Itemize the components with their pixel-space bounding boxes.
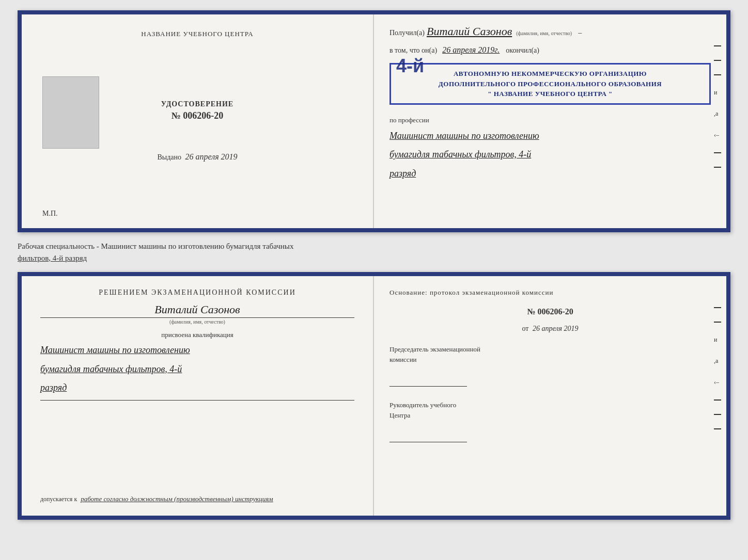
stamp-line3: " НАЗВАНИЕ УЧЕБНОГО ЦЕНТРА " [398,89,702,99]
udostoverenie-label: УДОСТОВЕРЕНИЕ [161,100,233,108]
cert-date-handwritten: 26 апреля 2019г. [442,45,500,55]
po-professii-label: по профессии [389,116,711,124]
dash2-i: и [714,336,721,344]
vydano-date: 26 апреля 2019 [185,152,237,161]
predsedatel-text: Председатель экзаменационной комиссии [389,345,480,363]
name-underline [40,317,354,318]
dash2-4 [714,414,721,415]
vydano-line: Выдано 26 апреля 2019 [157,152,237,162]
prof-line3: разряд [389,166,711,181]
udostoverenie-num: № 006206-20 [161,110,233,121]
proto-num: № 006206-20 [389,307,711,316]
osnovanie-title: Основание: протокол экзаменационной коми… [389,289,711,297]
dopuskaetsya-prefix: допускается к [40,495,77,503]
bottom-document: Решением экзаменационной комиссии Витали… [18,272,730,520]
bottom-doc-right: Основание: протокол экзаменационной коми… [374,276,726,516]
right-side-dashes: и ,а ‹– [714,45,721,168]
stamp-line2: ДОПОЛНИТЕЛЬНОГО ПРОФЕССИОНАЛЬНОГО ОБРАЗО… [398,79,702,89]
vtom-prefix: в том, что он(а) [389,46,437,55]
rukovoditel-label: Руководитель учебного Центра [389,400,711,420]
top-doc-center-title: НАЗВАНИЕ УЧЕБНОГО ЦЕНТРА [141,30,253,38]
udostoverenie-block: УДОСТОВЕРЕНИЕ № 006206-20 [161,100,233,121]
vydano-label: Выдано [157,153,181,161]
top-document: НАЗВАНИЕ УЧЕБНОГО ЦЕНТРА УДОСТОВЕРЕНИЕ №… [18,10,730,232]
right-side-dashes2: и ,а ‹– [714,307,721,429]
dash2-arrow: ‹– [714,378,721,386]
predsedatel-signature-line [389,386,467,387]
dash-2 [714,60,721,61]
prof-line2: бумагидля табачных фильтров, 4-й [389,147,711,162]
bottom-recipient-name: Виталий Сазонов [40,303,354,316]
dash2-5 [714,428,721,429]
ot-date-value: 26 апреля 2019 [533,325,578,332]
dash-i: и [714,89,721,97]
dash-arrow: ‹– [714,131,721,139]
qual-underline [40,400,354,401]
prof-line1: Машинист машины по изготовлению [389,129,711,143]
rukovoditel-signature-line [389,442,467,442]
photo-placeholder [42,76,99,149]
fio-small-top: (фамилия, имя, отчество) [516,30,572,36]
dash-1 [714,45,721,46]
qual-line2: бумагидля табачных фильтров, 4-й [40,361,354,377]
poluchil-line: Получил(а) Виталий Сазонов (фамилия, имя… [389,25,711,38]
prisvoena-label: присвоена квалификация [40,331,354,339]
resheniem-title: Решением экзаменационной комиссии [40,289,354,297]
top-doc-right: Получил(а) Виталий Сазонов (фамилия, имя… [374,14,726,228]
dash2-a: ,а [714,357,721,365]
stamp-number: 4-й [396,55,424,77]
mp-label: М.П. [42,210,58,218]
ot-label: от [522,325,529,332]
top-doc-left: НАЗВАНИЕ УЧЕБНОГО ЦЕНТРА УДОСТОВЕРЕНИЕ №… [22,14,374,228]
section-line2: фильтров, 4-й разряд [18,254,87,262]
dash-a: ,а [714,110,721,118]
vtom-line: в том, что он(а) 26 апреля 2019г. окончи… [389,45,711,55]
okonchil-label: окончил(а) [506,46,539,55]
recipient-name: Виталий Сазонов [427,25,512,38]
section-label: Рабочая специальность - Машинист машины … [18,238,730,266]
bottom-doc-left: Решением экзаменационной комиссии Витали… [22,276,374,516]
predsedatel-label: Председатель экзаменационной комиссии [389,344,711,364]
dash-5 [714,167,721,168]
dash2-3 [714,399,721,401]
dash-4 [714,152,721,153]
bottom-name-block: Виталий Сазонов (фамилия, имя, отчество) [40,303,354,325]
dopuskaetsya-line: допускается к работе согласно должностны… [40,487,354,503]
qual-line3: разряд [40,380,354,396]
stamp-block: 4-й АВТОНОМНУЮ НЕКОММЕРЧЕСКУЮ ОРГАНИЗАЦИ… [389,63,711,105]
dash2-1 [714,307,721,308]
rukovoditel-text: Руководитель учебного Центра [389,401,456,419]
qual-line1: Машинист машины по изготовлению [40,342,354,358]
ot-date-line: от 26 апреля 2019 [389,325,711,333]
section-line1: Рабочая специальность - Машинист машины … [18,242,293,250]
dopuskaetsya-text: работе согласно должностным (производств… [81,495,273,503]
dash2-2 [714,322,721,323]
fio-small-bottom: (фамилия, имя, отчество) [40,319,354,325]
stamp-line1: АВТОНОМНУЮ НЕКОММЕРЧЕСКУЮ ОРГАНИЗАЦИЮ [398,69,702,79]
dash-3 [714,74,721,75]
poluchil-prefix: Получил(а) [389,29,425,37]
